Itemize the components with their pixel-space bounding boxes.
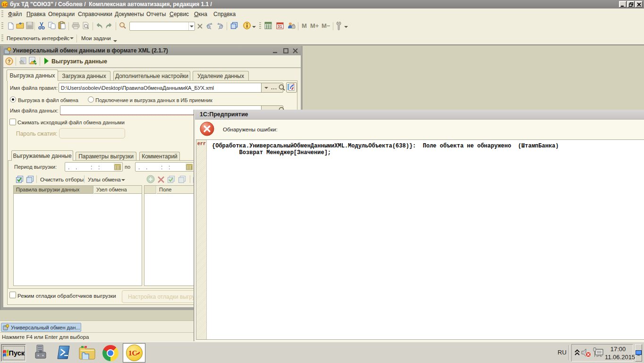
svg-text:1С: 1С (128, 349, 137, 357)
svg-text:1С: 1С (2, 2, 8, 7)
svg-text:?: ? (8, 59, 10, 64)
svg-text:31: 31 (278, 24, 282, 29)
